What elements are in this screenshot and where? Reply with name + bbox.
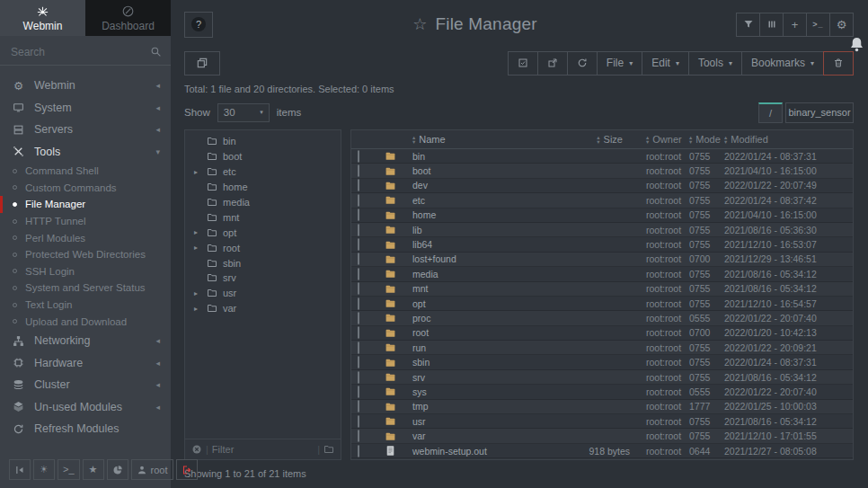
table-row-sys[interactable]: sysroot:root05552022/01/22 - 20:07:40 xyxy=(351,385,853,399)
tree-item-home[interactable]: home xyxy=(185,180,341,195)
tools-menu-button[interactable]: Tools▾ xyxy=(688,51,742,75)
sidebar-item-system-and-server-status[interactable]: System and Server Status xyxy=(0,279,171,297)
settings-button[interactable]: ⚙ xyxy=(829,13,854,37)
table-row-etc[interactable]: etcroot:root07552022/01/24 - 08:37:42 xyxy=(351,193,853,208)
select-all-button[interactable] xyxy=(508,51,538,75)
table-row-media[interactable]: mediaroot:root07552021/08/16 - 05:34:12 xyxy=(351,267,853,281)
row-checkbox[interactable] xyxy=(358,430,359,442)
language-button[interactable] xyxy=(107,459,128,480)
sidebar-item-text-login[interactable]: Text Login xyxy=(0,297,171,314)
tab-dashboard[interactable]: Dashboard xyxy=(85,0,171,36)
add-button[interactable]: + xyxy=(783,13,807,37)
tree-item-bin[interactable]: bin xyxy=(185,134,341,149)
sidebar-item-upload-and-download[interactable]: Upload and Download xyxy=(0,313,171,330)
expand-arrow-icon[interactable]: ▸ xyxy=(194,289,207,297)
expand-arrow-icon[interactable]: ▸ xyxy=(194,305,207,313)
row-checkbox[interactable] xyxy=(358,209,359,221)
notification-bell-icon[interactable] xyxy=(848,35,865,58)
row-checkbox[interactable] xyxy=(358,268,359,280)
sidebar-item-command-shell[interactable]: Command Shell xyxy=(0,163,171,180)
sidebar-item-ssh-login[interactable]: SSH Login xyxy=(0,263,171,280)
tree-item-var[interactable]: ▸var xyxy=(185,301,341,316)
breadcrumb-root-button[interactable]: / xyxy=(758,102,783,123)
tree-item-media[interactable]: media xyxy=(185,195,341,210)
row-checkbox[interactable] xyxy=(358,326,359,339)
column-header-modified[interactable]: ▴▾Modified xyxy=(716,134,853,145)
table-row-mnt[interactable]: mntroot:root07552021/08/16 - 05:34:12 xyxy=(351,282,853,297)
sidebar-item-networking[interactable]: Networking◂ xyxy=(0,330,171,352)
row-checkbox[interactable] xyxy=(358,253,359,265)
bookmarks-menu-button[interactable]: Bookmarks▾ xyxy=(741,51,824,75)
row-checkbox[interactable] xyxy=(358,224,359,236)
sidebar-item-cluster[interactable]: Cluster◂ xyxy=(0,374,171,396)
tree-item-root[interactable]: ▸root xyxy=(185,240,341,255)
terminal-button[interactable]: >_ xyxy=(806,13,830,37)
favorite-star-icon[interactable]: ☆ xyxy=(412,14,427,34)
clear-filter-icon[interactable] xyxy=(191,444,202,455)
table-row-opt[interactable]: optroot:root07552021/12/10 - 16:54:57 xyxy=(351,297,853,311)
row-checkbox[interactable] xyxy=(358,238,359,251)
sidebar-item-file-manager[interactable]: File Manager xyxy=(0,196,171,213)
sidebar-item-protected-web-directories[interactable]: Protected Web Directories xyxy=(0,246,171,263)
expand-arrow-icon[interactable]: ▸ xyxy=(194,168,207,176)
refresh-button[interactable] xyxy=(567,51,598,75)
table-row-bin[interactable]: binroot:root07552022/01/24 - 08:37:31 xyxy=(351,149,853,164)
row-checkbox[interactable] xyxy=(358,342,359,354)
sidebar-item-hardware[interactable]: Hardware◂ xyxy=(0,351,171,374)
columns-button[interactable] xyxy=(759,13,784,37)
help-button[interactable]: ? xyxy=(184,12,213,38)
edit-menu-button[interactable]: Edit▾ xyxy=(642,51,689,75)
row-checkbox[interactable] xyxy=(358,356,359,368)
file-menu-button[interactable]: File▾ xyxy=(597,51,642,75)
search-icon[interactable] xyxy=(150,46,162,58)
row-checkbox[interactable] xyxy=(358,400,359,413)
shell-button[interactable]: >_ xyxy=(58,459,80,480)
row-checkbox[interactable] xyxy=(358,150,359,163)
row-checkbox[interactable] xyxy=(358,415,359,428)
row-checkbox[interactable] xyxy=(358,164,359,177)
folder-icon[interactable] xyxy=(323,444,334,455)
table-row-usr[interactable]: usrroot:root07552021/08/16 - 05:34:12 xyxy=(351,414,853,429)
table-row-home[interactable]: homeroot:root07552021/04/10 - 16:15:00 xyxy=(351,209,853,223)
logout-button[interactable] xyxy=(176,459,198,480)
table-row-lost-found[interactable]: lost+foundroot:root07002021/12/29 - 13:4… xyxy=(351,253,853,267)
tree-filter-input[interactable] xyxy=(212,444,314,455)
table-row-proc[interactable]: procroot:root05552022/01/22 - 20:07:40 xyxy=(351,311,853,325)
column-header-mode[interactable]: ▴▾Mode xyxy=(680,134,716,145)
table-row-boot[interactable]: bootroot:root07552021/04/10 - 16:15:00 xyxy=(351,164,853,178)
sidebar-item-perl-modules[interactable]: Perl Modules xyxy=(0,229,171,246)
tree-item-opt[interactable]: ▸opt xyxy=(185,225,341,240)
sidebar-item-un-used-modules[interactable]: Un-used Modules◂ xyxy=(0,395,171,418)
table-row-dev[interactable]: devroot:root07552022/01/22 - 20:07:49 xyxy=(351,179,853,193)
table-row-var[interactable]: varroot:root07552021/12/10 - 17:01:55 xyxy=(351,429,853,443)
row-checkbox[interactable] xyxy=(358,386,359,398)
row-checkbox[interactable] xyxy=(358,371,359,384)
table-row-srv[interactable]: srvroot:root07552021/08/16 - 05:34:12 xyxy=(351,370,853,385)
table-row-sbin[interactable]: sbinroot:root07552022/01/24 - 08:37:31 xyxy=(351,355,853,369)
row-checkbox[interactable] xyxy=(358,312,359,324)
filter-button[interactable] xyxy=(736,13,760,37)
copy-button[interactable] xyxy=(184,51,220,75)
row-checkbox[interactable] xyxy=(358,282,359,295)
row-checkbox[interactable] xyxy=(358,179,359,191)
page-size-select[interactable]: 30 ▾ xyxy=(217,103,270,122)
user-button[interactable]: root xyxy=(131,459,173,480)
tree-item-srv[interactable]: srv xyxy=(185,271,341,286)
favorites-button[interactable]: ★ xyxy=(83,459,104,480)
path-input[interactable] xyxy=(785,102,854,123)
expand-arrow-icon[interactable]: ▸ xyxy=(194,228,207,236)
column-header-size[interactable]: ▴▾Size xyxy=(574,134,637,145)
tree-item-sbin[interactable]: sbin xyxy=(185,255,341,271)
sidebar-item-servers[interactable]: Servers◂ xyxy=(0,119,171,141)
tree-item-mnt[interactable]: mnt xyxy=(185,209,341,225)
table-row-tmp[interactable]: tmproot:root17772022/01/25 - 10:00:03 xyxy=(351,400,853,414)
export-button[interactable] xyxy=(537,51,568,75)
row-checkbox[interactable] xyxy=(358,445,359,457)
sidebar-item-tools[interactable]: Tools▾ xyxy=(0,141,171,164)
table-row-lib64[interactable]: lib64root:root07552021/12/10 - 16:53:07 xyxy=(351,237,853,252)
tab-webmin[interactable]: Webmin xyxy=(0,0,85,36)
sidebar-item-webmin[interactable]: ⚙Webmin◂ xyxy=(0,75,171,97)
table-row-run[interactable]: runroot:root07552022/01/22 - 20:09:21 xyxy=(351,341,853,355)
row-checkbox[interactable] xyxy=(358,194,359,207)
collapse-sidebar-button[interactable] xyxy=(9,459,31,480)
